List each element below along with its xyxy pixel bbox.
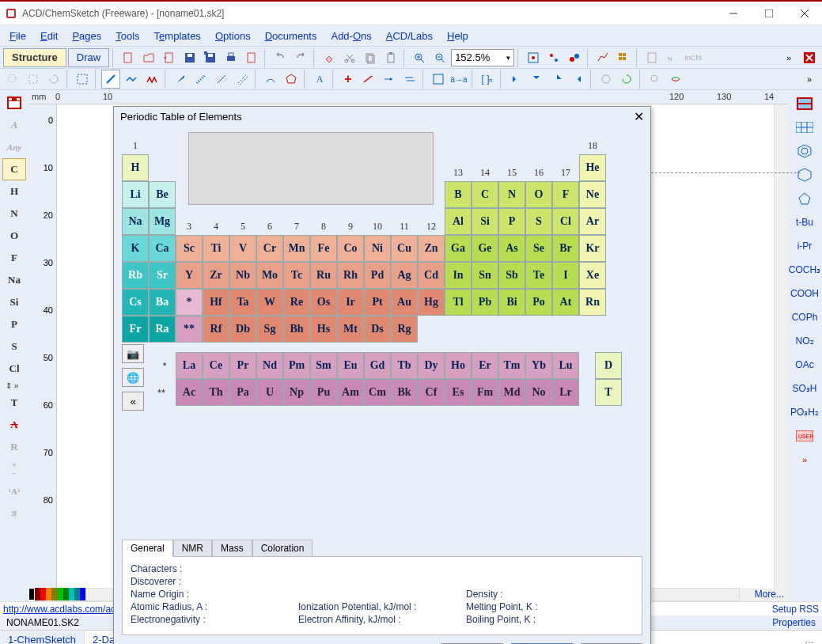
element-Cm[interactable]: Cm — [364, 379, 391, 406]
atom-label-button[interactable]: A — [310, 70, 329, 89]
element-H[interactable]: H — [122, 154, 149, 181]
element-Se[interactable]: Se — [525, 235, 552, 262]
element-Md[interactable]: Md — [498, 379, 525, 406]
element-Gd[interactable]: Gd — [364, 352, 391, 379]
element-Pt[interactable]: Pt — [364, 289, 391, 316]
element-B[interactable]: B — [445, 181, 472, 208]
menu-pages[interactable]: Pages — [66, 28, 108, 44]
element-Pd[interactable]: Pd — [364, 262, 391, 289]
element-Hg[interactable]: Hg — [418, 289, 445, 316]
3d-opt2-button[interactable] — [544, 48, 563, 67]
element-Ds[interactable]: Ds — [364, 316, 391, 343]
element-T[interactable]: T — [595, 379, 622, 406]
element-Tl[interactable]: Tl — [445, 289, 472, 316]
menu-tools[interactable]: Tools — [109, 28, 146, 44]
paste-button[interactable] — [381, 48, 400, 67]
element-Ni[interactable]: Ni — [364, 235, 391, 262]
reaction-arrow-button[interactable] — [380, 70, 399, 89]
element-Ar[interactable]: Ar — [579, 208, 606, 235]
toolbar-close[interactable] — [800, 48, 819, 67]
menu-edit[interactable]: Edit — [34, 28, 64, 44]
export-button[interactable] — [242, 48, 261, 67]
element-n-button[interactable]: N — [2, 203, 26, 225]
swatch-black[interactable] — [28, 588, 35, 600]
element-Au[interactable]: Au — [391, 289, 418, 316]
menu-acdlabs[interactable]: ACD/Labs — [380, 28, 439, 44]
text-tool-button[interactable]: T — [2, 392, 26, 414]
swatch-teal[interactable] — [74, 588, 80, 600]
swatch-red[interactable] — [40, 588, 46, 600]
palette-expand-toggle[interactable]: ⇕ » — [2, 380, 26, 392]
element-Ra[interactable]: Ra — [149, 316, 176, 343]
grid-button[interactable] — [614, 48, 633, 67]
element-Cr[interactable]: Cr — [256, 235, 283, 262]
cut-button[interactable] — [340, 48, 359, 67]
element-Dy[interactable]: Dy — [418, 352, 445, 379]
group-po3h2-button[interactable]: PO₃H₂ — [790, 402, 819, 422]
chart-button[interactable] — [593, 48, 612, 67]
element-Rg[interactable]: Rg — [391, 316, 418, 343]
element-Bh[interactable]: Bh — [283, 316, 310, 343]
collapse-button[interactable]: « — [122, 392, 144, 411]
more-link[interactable]: More... — [740, 588, 787, 601]
element-Re[interactable]: Re — [283, 289, 310, 316]
template-gallery-button[interactable] — [790, 93, 819, 114]
redo-button[interactable] — [291, 48, 310, 67]
menu-templates[interactable]: Templates — [148, 28, 207, 44]
element-Eu[interactable]: Eu — [337, 352, 364, 379]
open-button[interactable] — [139, 48, 158, 67]
element-Tb[interactable]: Tb — [391, 352, 418, 379]
element-Sg[interactable]: Sg — [256, 316, 283, 343]
swatch-dkgreen[interactable] — [63, 588, 69, 600]
copy-button[interactable] — [361, 48, 380, 67]
dict-button[interactable] — [666, 70, 685, 89]
element-Cl[interactable]: Cl — [552, 208, 579, 235]
menu-addons[interactable]: Add-Ons — [324, 28, 377, 44]
search-struct-button[interactable] — [646, 70, 665, 89]
element-Y[interactable]: Y — [176, 262, 203, 289]
swatch-orange[interactable] — [46, 588, 51, 600]
element-Mg[interactable]: Mg — [149, 208, 176, 235]
menu-help[interactable]: Help — [441, 28, 475, 44]
element-Cf[interactable]: Cf — [418, 379, 445, 406]
name-button[interactable]: N — [663, 48, 682, 67]
element-Li[interactable]: Li — [122, 181, 149, 208]
element-Br[interactable]: Br — [552, 235, 579, 262]
element-si-button[interactable]: Si — [2, 291, 26, 313]
element-Xe[interactable]: Xe — [579, 262, 606, 289]
element-F[interactable]: F — [552, 181, 579, 208]
camera-button[interactable]: 📷 — [122, 344, 144, 363]
tab-coloration[interactable]: Coloration — [252, 540, 313, 557]
dash-bond-button[interactable] — [233, 70, 252, 89]
element-a-button[interactable]: A — [2, 114, 26, 136]
rotate-button[interactable] — [44, 70, 63, 89]
element-Nb[interactable]: Nb — [229, 262, 256, 289]
element-Lr[interactable]: Lr — [552, 379, 579, 406]
swatch-olive[interactable] — [51, 588, 57, 600]
wavy-bond-button[interactable] — [212, 70, 231, 89]
charge-plus-button[interactable]: +− — [2, 458, 26, 480]
element-Co[interactable]: Co — [337, 235, 364, 262]
element-c-button[interactable]: C — [2, 158, 26, 180]
hash-button[interactable]: # — [2, 502, 26, 525]
element-Rh[interactable]: Rh — [337, 262, 364, 289]
periodic-table-button[interactable] — [2, 92, 26, 114]
element-Ag[interactable]: Ag — [391, 262, 418, 289]
element-As[interactable]: As — [498, 235, 525, 262]
element-Te[interactable]: Te — [525, 262, 552, 289]
element-Rb[interactable]: Rb — [122, 262, 149, 289]
element-Es[interactable]: Es — [445, 379, 472, 406]
element-K[interactable]: K — [122, 235, 149, 262]
print-button[interactable] — [222, 48, 241, 67]
element-Po[interactable]: Po — [525, 289, 552, 316]
element-No[interactable]: No — [525, 379, 552, 406]
group-cooh-button[interactable]: COOH — [790, 283, 819, 304]
swatch-maroon[interactable] — [35, 588, 40, 600]
element-Os[interactable]: Os — [310, 289, 337, 316]
element-p-button[interactable]: P — [2, 313, 26, 335]
element-Sm[interactable]: Sm — [310, 352, 337, 379]
element-Fe[interactable]: Fe — [310, 235, 337, 262]
dialog-close-button[interactable]: ✕ — [634, 109, 644, 124]
vertical-scrollbar[interactable] — [774, 104, 787, 588]
element-Yb[interactable]: Yb — [525, 352, 552, 379]
